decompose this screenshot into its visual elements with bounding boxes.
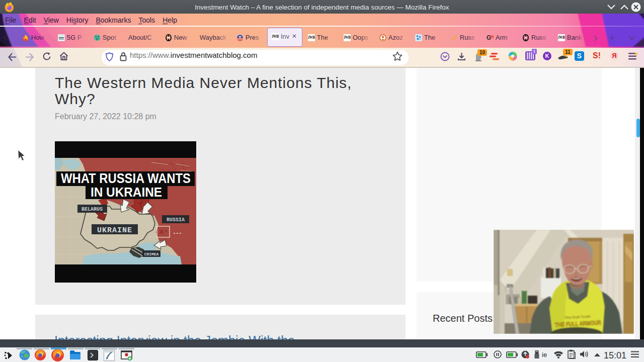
svg-text:CRIMEA: CRIMEA bbox=[144, 252, 159, 256]
svg-text:WHAT RUSSIA WANTS: WHAT RUSSIA WANTS bbox=[61, 171, 191, 186]
svg-text:UKRAINE: UKRAINE bbox=[97, 226, 132, 235]
svg-text:G: G bbox=[487, 34, 491, 41]
svg-text:IN UKRAINE: IN UKRAINE bbox=[91, 185, 162, 200]
svg-text:RUSSIA: RUSSIA bbox=[167, 217, 185, 223]
svg-text:BELARUS: BELARUS bbox=[82, 207, 103, 212]
